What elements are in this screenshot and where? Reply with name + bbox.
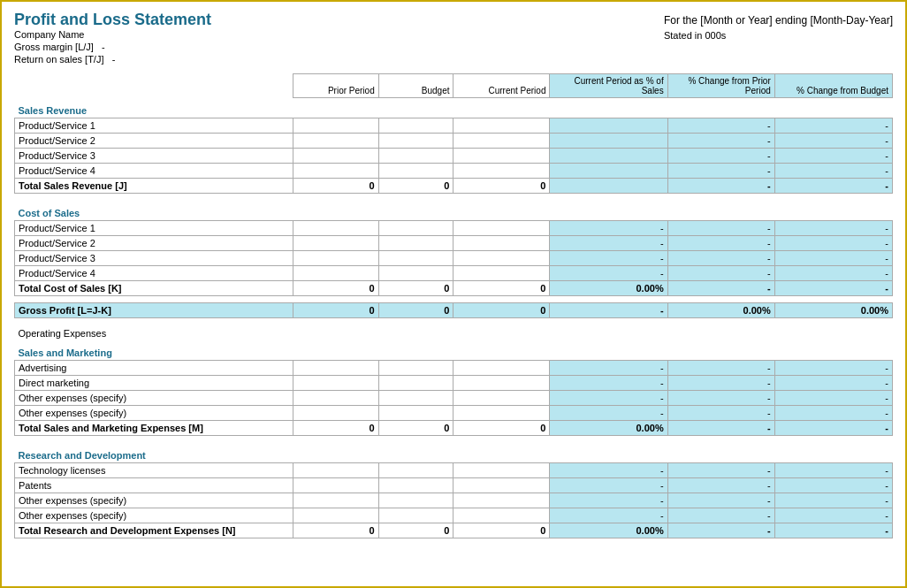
table-row: Product/Service 1 - - xyxy=(15,118,893,134)
rd-section-header: Research and Development xyxy=(15,443,893,463)
total-sales-revenue-row: Total Sales Revenue [J] 0 0 0 - - xyxy=(15,179,893,194)
table-row: Product/Service 4 - - - xyxy=(15,265,893,280)
table-row: Technology licenses - - - xyxy=(15,462,893,477)
prior-period-header: Prior Period xyxy=(293,74,378,98)
table-row: Product/Service 2 - - xyxy=(15,134,893,149)
spacer-row xyxy=(15,317,893,325)
total-sales-marketing-row: Total Sales and Marketing Expenses [M] 0… xyxy=(15,421,893,436)
table-row: Product/Service 2 - - - xyxy=(15,235,893,250)
gross-margin-label: Gross margin [L/J] - xyxy=(14,42,211,52)
label-col-header xyxy=(15,74,293,98)
table-row: Other expenses (specify) - - - xyxy=(15,508,893,523)
profit-loss-table: Prior Period Budget Current Period Curre… xyxy=(14,73,893,538)
table-row: Patents - - - xyxy=(15,477,893,493)
gross-profit-row: Gross Profit [L=J-K] 0 0 0 - 0.00% 0.00% xyxy=(15,302,893,317)
budget-header: Budget xyxy=(378,74,454,98)
operating-expenses-label: Operating Expenses xyxy=(15,325,893,340)
stated-label: Stated in 000s xyxy=(664,30,893,41)
header: Profit and Loss Statement Company Name G… xyxy=(14,11,893,66)
table-row: Other expenses (specify) - - - xyxy=(15,391,893,406)
current-period-header: Current Period xyxy=(454,74,550,98)
pct-prior-header: % Change from Prior Period xyxy=(667,74,774,98)
spacer-row xyxy=(15,295,893,302)
sales-marketing-label: Sales and Marketing xyxy=(15,340,893,361)
rd-label: Research and Development xyxy=(15,443,893,463)
table-row: Product/Service 3 - - - xyxy=(15,250,893,265)
table-row: Advertising - - - xyxy=(15,361,893,376)
pct-sales-header: Current Period as % of Sales xyxy=(550,74,667,98)
table-row: Other expenses (specify) - - - xyxy=(15,406,893,421)
col-header-row: Prior Period Budget Current Period Curre… xyxy=(15,74,893,98)
table-row: Product/Service 1 - - - xyxy=(15,220,893,235)
table-row: Other expenses (specify) - - - xyxy=(15,493,893,508)
total-cost-of-sales-row: Total Cost of Sales [K] 0 0 0 0.00% - - xyxy=(15,280,893,295)
sales-revenue-section-header: Sales Revenue xyxy=(15,98,893,118)
cost-of-sales-section-header: Cost of Sales xyxy=(15,201,893,221)
table-row: Product/Service 3 - - xyxy=(15,149,893,164)
spacer-row xyxy=(15,194,893,201)
cost-of-sales-label: Cost of Sales xyxy=(15,201,893,221)
spacer-row xyxy=(15,436,893,443)
page-title: Profit and Loss Statement xyxy=(14,11,211,29)
total-rd-row: Total Research and Development Expenses … xyxy=(15,523,893,538)
return-on-sales-label: Return on sales [T/J] - xyxy=(14,54,211,65)
page: Profit and Loss Statement Company Name G… xyxy=(0,0,907,588)
operating-expenses-label-row: Operating Expenses xyxy=(15,325,893,340)
company-name: Company Name xyxy=(14,29,211,40)
sales-marketing-section-header: Sales and Marketing xyxy=(15,340,893,361)
pct-budget-header: % Change from Budget xyxy=(774,74,892,98)
table-row: Direct marketing - - - xyxy=(15,376,893,391)
table-row: Product/Service 4 - - xyxy=(15,164,893,179)
period-label: For the [Month or Year] ending [Month-Da… xyxy=(664,14,893,27)
sales-revenue-label: Sales Revenue xyxy=(15,98,893,118)
